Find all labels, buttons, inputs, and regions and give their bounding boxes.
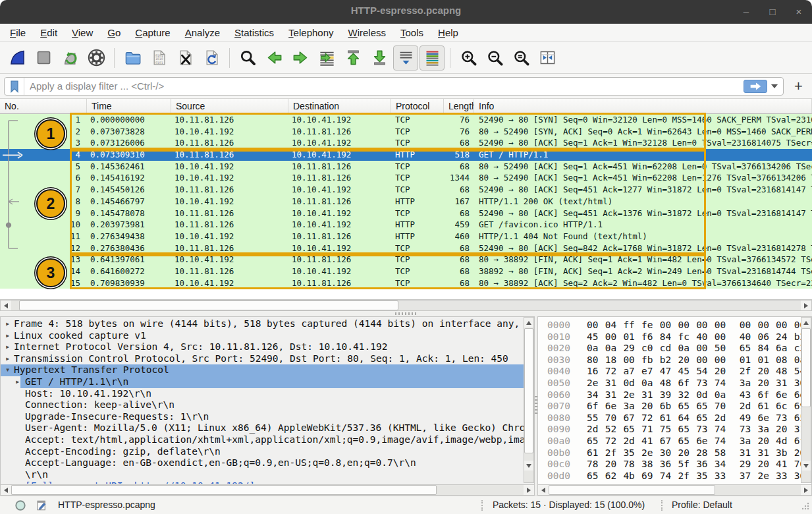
- hex-row[interactable]: 00502e 31 0d 0a 48 6f 73 74 3a 20 31 30: [538, 378, 801, 389]
- status-filename[interactable]: HTTP-espresso.pcapng: [58, 500, 155, 510]
- menu-item-wireless[interactable]: Wireless: [341, 25, 394, 40]
- hex-vscrollbar[interactable]: [801, 317, 811, 483]
- detail-line[interactable]: Accept-Language: en-GB-oxendict,en-GB;q=…: [1, 457, 524, 469]
- hex-bytes[interactable]: 2d 52 65 71 75 65 73 74 73 3a 20 31: [587, 424, 801, 434]
- menu-item-go[interactable]: Go: [100, 25, 128, 40]
- menu-item-edit[interactable]: Edit: [33, 25, 65, 40]
- detail-line[interactable]: Accept-Encoding: gzip, deflate\r\n: [1, 446, 524, 458]
- zoom-in-button[interactable]: [456, 45, 481, 71]
- packet-row-1[interactable]: 10.00000000010.11.81.12610.10.41.192TCP7…: [0, 114, 812, 126]
- scroll-down-arrow[interactable]: [801, 461, 811, 471]
- scroll-up-arrow[interactable]: [524, 318, 533, 328]
- detail-line[interactable]: ▸GET / HTTP/1.1\r\n: [1, 376, 524, 388]
- hex-bytes[interactable]: 65 62 4b 69 74 2f 35 33 37 2e 33 36: [587, 471, 801, 481]
- title-bar[interactable]: HTTP-espresso.pcapng – □ ×: [0, 0, 812, 24]
- hex-bytes[interactable]: 65 72 2d 41 67 65 6e 74 3a 20 4d 6f: [587, 436, 801, 446]
- display-filter-box[interactable]: [4, 77, 784, 96]
- hex-row[interactable]: 00200a 0a 29 c0 cd 0a 00 50 65 84 6a c3: [538, 343, 801, 355]
- packet-row-4[interactable]: 40.07330931010.11.81.12610.10.41.192HTTP…: [0, 149, 812, 161]
- column-header-source[interactable]: Source: [171, 99, 288, 113]
- menu-item-tools[interactable]: Tools: [393, 25, 431, 40]
- hex-row[interactable]: 00d065 62 4b 69 74 2f 35 33 37 2e 33 36: [538, 471, 801, 482]
- scroll-thumb[interactable]: [801, 328, 811, 407]
- packet-row-2[interactable]: 20.07307382810.10.41.19210.11.81.126TCP7…: [0, 126, 812, 138]
- expander-closed-icon[interactable]: ▸: [5, 318, 10, 330]
- packet-row-9[interactable]: 90.14547807810.11.81.12610.10.41.192TCP6…: [0, 208, 812, 219]
- display-filter-input[interactable]: [24, 80, 744, 92]
- hex-row[interactable]: 00b061 2f 35 2e 30 20 28 58 31 31 3b 20: [538, 447, 801, 459]
- detail-line[interactable]: \r\n: [1, 469, 524, 481]
- add-filter-button[interactable]: +: [789, 76, 808, 96]
- expander-closed-icon[interactable]: ▸: [5, 353, 10, 365]
- detail-line[interactable]: Host: 10.10.41.192\r\n: [1, 388, 524, 400]
- zoom-reset-button[interactable]: [508, 45, 533, 71]
- menu-item-help[interactable]: Help: [431, 25, 466, 40]
- packet-row-14[interactable]: 140.64160027210.11.81.12610.10.41.192TCP…: [0, 266, 812, 277]
- scroll-left-arrow[interactable]: [1, 300, 11, 310]
- status-profile[interactable]: Profile: Default: [672, 500, 732, 510]
- reload-file-button[interactable]: [199, 45, 224, 71]
- detail-line[interactable]: ▸Frame 4: 518 bytes on wire (4144 bits),…: [1, 318, 524, 330]
- scroll-thumb[interactable]: [524, 328, 533, 453]
- hex-bytes[interactable]: 16 72 a7 e7 47 45 54 20 2f 20 48 54: [587, 366, 801, 376]
- minimize-button[interactable]: –: [738, 4, 754, 20]
- packet-list-hscrollbar[interactable]: [0, 300, 812, 311]
- hex-row[interactable]: 00e020 28 4b 48 54 4d 4c 2c 20 6c 69 6b: [538, 482, 801, 483]
- pane-splitter-horizontal[interactable]: [0, 311, 812, 316]
- hex-dump[interactable]: 000000 04 ff fe 00 00 00 00 00 00 00 000…: [538, 320, 801, 483]
- resize-columns-button[interactable]: [535, 45, 560, 71]
- menu-item-file[interactable]: File: [3, 25, 33, 40]
- close-button[interactable]: ×: [791, 4, 807, 20]
- hex-bytes[interactable]: 45 00 01 f6 84 fc 40 00 40 06 24 b3: [587, 331, 801, 342]
- filter-bookmark-button[interactable]: [5, 78, 24, 95]
- go-first-button[interactable]: [340, 45, 365, 71]
- capture-options-button[interactable]: [84, 45, 109, 71]
- expert-info-button[interactable]: [14, 500, 26, 513]
- scroll-right-arrow[interactable]: [524, 485, 534, 495]
- column-header-time[interactable]: Time: [87, 99, 171, 113]
- resize-grip-icon[interactable]: [801, 501, 810, 511]
- colorize-button[interactable]: [420, 45, 445, 71]
- detail-line[interactable]: ▸Linux cooked capture v1: [1, 330, 524, 342]
- expander-closed-icon[interactable]: ▸: [5, 341, 10, 353]
- expander-closed-icon[interactable]: ▸: [15, 376, 20, 388]
- detail-line[interactable]: Upgrade-Insecure-Requests: 1\r\n: [1, 411, 524, 423]
- hex-row[interactable]: 008055 70 67 72 61 64 65 2d 49 6e 73 65: [538, 413, 801, 424]
- hex-row[interactable]: 00902d 52 65 71 75 65 73 74 73 3a 20 31: [538, 424, 801, 436]
- column-header-no[interactable]: No.: [0, 99, 87, 113]
- expander-closed-icon[interactable]: ▸: [5, 330, 10, 342]
- detail-hscrollbar[interactable]: [0, 484, 535, 496]
- hex-row[interactable]: 000000 04 ff fe 00 00 00 00 00 00 00 00: [538, 320, 801, 331]
- packet-list-header[interactable]: No.TimeSourceDestinationProtocolLengthIn…: [0, 99, 812, 114]
- close-file-button[interactable]: [173, 45, 198, 71]
- hex-bytes[interactable]: 0a 0a 29 c0 cd 0a 00 50 65 84 6a c3: [587, 343, 801, 353]
- scroll-up-arrow[interactable]: [801, 318, 811, 328]
- auto-scroll-button[interactable]: [393, 45, 418, 71]
- packet-row-7[interactable]: 70.14545012610.11.81.12610.10.41.192TCP6…: [0, 184, 812, 196]
- packet-row-10[interactable]: 100.20397398110.11.81.12610.10.41.192HTT…: [0, 219, 812, 231]
- menu-item-capture[interactable]: Capture: [128, 25, 177, 40]
- detail-line[interactable]: ▸Internet Protocol Version 4, Src: 10.11…: [1, 341, 524, 353]
- packet-row-12[interactable]: 120.27638043610.11.81.12610.10.41.192TCP…: [0, 243, 812, 254]
- hex-row[interactable]: 001045 00 01 f6 84 fc 40 00 40 06 24 b3: [538, 331, 801, 343]
- detail-line[interactable]: Connection: keep-alive\r\n: [1, 399, 524, 411]
- hex-bytes[interactable]: 61 2f 35 2e 30 20 28 58 31 31 3b 20: [587, 447, 801, 458]
- scroll-thumb[interactable]: [19, 300, 398, 310]
- hex-row[interactable]: 00c078 20 78 38 36 5f 36 34 29 20 41 70: [538, 459, 801, 471]
- hex-row[interactable]: 003080 18 00 fb b2 20 00 00 01 01 08 0a: [538, 355, 801, 366]
- maximize-button[interactable]: □: [765, 4, 780, 20]
- hex-row[interactable]: 00a065 72 2d 41 67 65 6e 74 3a 20 4d 6f: [538, 436, 801, 447]
- go-to-packet-button[interactable]: [314, 45, 339, 71]
- packet-row-3[interactable]: 30.07312600610.11.81.12610.10.41.192TCP6…: [0, 137, 812, 149]
- find-packet-button[interactable]: [235, 45, 260, 71]
- start-capture-button[interactable]: [5, 45, 30, 71]
- hex-row[interactable]: 00706f 6e 3a 20 6b 65 65 70 2d 61 6c 69: [538, 401, 801, 413]
- menu-item-statistics[interactable]: Statistics: [227, 25, 281, 40]
- hex-bytes[interactable]: 80 18 00 fb b2 20 00 00 01 01 08 0a: [587, 355, 801, 365]
- go-forward-button[interactable]: [288, 45, 313, 71]
- scroll-left-arrow[interactable]: [538, 485, 549, 495]
- restart-capture-button[interactable]: [57, 45, 82, 71]
- scroll-track[interactable]: [549, 485, 801, 495]
- menu-item-analyze[interactable]: Analyze: [178, 25, 227, 40]
- scroll-down-arrow[interactable]: [524, 461, 533, 471]
